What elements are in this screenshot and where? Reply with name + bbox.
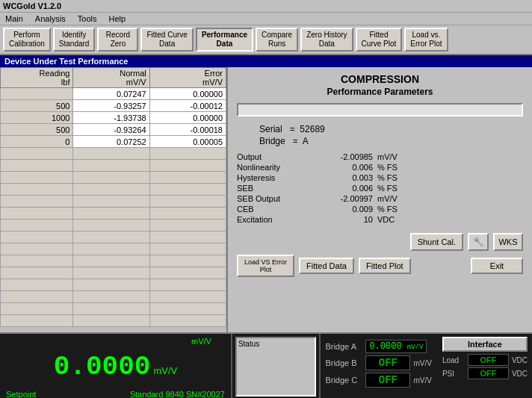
bridge-row: Bridge = A [259, 136, 523, 146]
load-row: Load OFF VDC [442, 354, 528, 366]
param-hysteresis-label: Hysteresis [237, 173, 312, 182]
table-row [1, 315, 226, 327]
perf-params-title: Performance Parameters [237, 87, 523, 97]
toolbar-record-zero[interactable]: RecordZero [97, 28, 138, 52]
shunt-cal-button[interactable]: Shunt Cal. [410, 233, 463, 251]
title-bar: WCGold V1.2.0 [0, 0, 532, 13]
bridge-a-value: 0.0000 mV/V [365, 340, 427, 353]
param-seb-output-unit: mV/V [374, 194, 419, 203]
table-section: Readinglbf NormalmV/V ErrormV/V 0.07247 … [0, 67, 228, 332]
param-nonlinearity-unit: % FS [374, 163, 419, 172]
fitted-plot-button[interactable]: Fitted Plot [359, 258, 411, 274]
table-row [1, 208, 226, 220]
table-row [1, 291, 226, 303]
bridge-b-value: OFF [365, 355, 410, 370]
setpoint-label: Setpoint [6, 390, 36, 398]
param-seb-label: SEB [237, 184, 312, 193]
cell-normal: -1.93738 [73, 112, 149, 124]
table-row [1, 172, 226, 184]
toolbar-identify-standard[interactable]: IdentifyStandard [53, 28, 96, 52]
table-row [1, 279, 226, 291]
fitted-data-button[interactable]: Fitted Data [299, 258, 354, 274]
menu-help[interactable]: Help [107, 13, 129, 24]
cell-normal: -0.93264 [73, 124, 149, 136]
table-row: 500 -0.93257 -0.00012 [1, 100, 226, 112]
param-seb-value: 0.006 [313, 184, 373, 193]
interface-section: Interface Load OFF VDC PSI OFF VDC [442, 337, 528, 398]
cell-normal: -0.93257 [73, 100, 149, 112]
toolbar-zero-history[interactable]: Zero HistoryData [300, 28, 353, 52]
table-row [1, 220, 226, 231]
interface-title: Interface [450, 340, 520, 349]
param-output-value: -2.00985 [313, 152, 373, 161]
param-excitation-label: Excitation [237, 215, 312, 224]
table-row [1, 184, 226, 196]
menu-bar: Main Analysis Tools Help [0, 13, 532, 25]
param-output-unit: mV/V [374, 152, 419, 161]
param-nonlinearity-label: Nonlinearity [237, 163, 312, 172]
bottom-left: mV/V 0.0000 mV/V Setpoint Standard 9840 … [0, 334, 232, 398]
toolbar-performance-data[interactable]: PerformanceData [196, 28, 253, 52]
toolbar-load-vs-error[interactable]: Load vs.Error Plot [404, 28, 448, 52]
toolbar-fitted-curve-data[interactable]: Fitted CurveData [140, 28, 193, 52]
psi-label: PSI [442, 370, 465, 378]
icon-button[interactable]: 🔧 [468, 233, 489, 251]
menu-analysis[interactable]: Analysis [33, 13, 68, 24]
table-row [1, 231, 226, 243]
table-row: 500 -0.93264 -0.00018 [1, 124, 226, 136]
status-label: Status [238, 340, 314, 348]
bridge-a-label: Bridge A [325, 342, 362, 351]
psi-unit: VDC [512, 370, 528, 378]
reading-value: 0.0000 [54, 354, 151, 381]
bridge-c-unit: mV/V [413, 376, 431, 385]
cell-error: 0.00005 [149, 136, 226, 148]
toolbar-compare-runs[interactable]: CompareRuns [256, 28, 298, 52]
interface-panel: Interface [442, 337, 528, 352]
table-row [1, 196, 226, 208]
bridge-a-row: Bridge A 0.0000 mV/V [325, 340, 431, 353]
wks-button[interactable]: WKS [493, 233, 523, 251]
load-vs-error-button[interactable]: Load VS ErrorPlot [237, 255, 294, 277]
bridge-c-value: OFF [365, 373, 410, 388]
col-error: ErrormV/V [149, 68, 226, 88]
progress-bar-container [237, 103, 523, 116]
load-label: Load [442, 356, 465, 364]
reading-unit-label: mV/V [191, 337, 219, 346]
reading-unit: mV/V [153, 365, 177, 376]
table-row [1, 255, 226, 267]
menu-main[interactable]: Main [3, 13, 25, 24]
cell-lbf: 0 [1, 136, 73, 148]
main-content: Readinglbf NormalmV/V ErrormV/V 0.07247 … [0, 67, 532, 332]
bottom-bar: mV/V 0.0000 mV/V Setpoint Standard 9840 … [0, 332, 532, 398]
cell-normal: 0.07252 [73, 136, 149, 148]
menu-tools[interactable]: Tools [75, 13, 99, 24]
toolbar-fitted-curve-plot[interactable]: FittedCurve Plot [356, 28, 403, 52]
cell-lbf: 500 [1, 100, 73, 112]
standard-label: Standard 9840 SN#20027 [130, 390, 225, 398]
param-output-label: Output [237, 152, 312, 161]
load-unit: VDC [512, 356, 528, 364]
table-row: 1000 -1.93738 0.00000 [1, 112, 226, 124]
bridge-c-label: Bridge C [325, 376, 362, 385]
psi-row: PSI OFF VDC [442, 367, 528, 379]
bridge-section: Bridge A 0.0000 mV/V Bridge B OFF mV/V B… [325, 337, 431, 398]
status-box: Status [235, 337, 317, 397]
table-row: 0.07247 0.00000 [1, 88, 226, 100]
table-row [1, 303, 226, 315]
bottom-middle: Status [232, 334, 321, 398]
bridge-c-row: Bridge C OFF mV/V [325, 373, 431, 388]
col-reading: Readinglbf [1, 68, 73, 88]
serial-row: Serial = 52689 [259, 124, 523, 134]
right-panel: COMPRESSION Performance Parameters Seria… [228, 67, 532, 332]
param-hysteresis-unit: % FS [374, 173, 419, 182]
toolbar: PerformCalibration IdentifyStandard Reco… [0, 25, 532, 55]
param-ceb-label: CEB [237, 205, 312, 214]
param-excitation-unit: VDC [374, 215, 419, 224]
table-row [1, 160, 226, 172]
exit-button[interactable]: Exit [471, 258, 523, 274]
bridge-b-label: Bridge B [325, 358, 362, 367]
param-nonlinearity-value: 0.006 [313, 163, 373, 172]
dut-bar: Device Under Test Performance [0, 55, 532, 67]
toolbar-perform-calibration[interactable]: PerformCalibration [3, 28, 51, 52]
col-normal: NormalmV/V [73, 68, 149, 88]
